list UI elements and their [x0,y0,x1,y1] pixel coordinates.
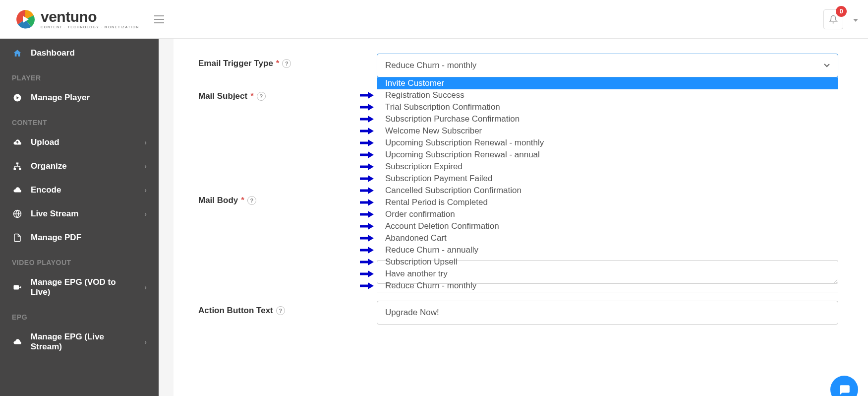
dropdown-option[interactable]: Order confirmation [377,208,838,220]
arrow-right-icon [360,270,374,277]
dropdown-option[interactable]: Trial Subscription Confirmation [377,101,838,113]
dropdown-option[interactable]: Subscription Expired [377,161,838,173]
svg-marker-26 [368,187,374,194]
svg-rect-8 [13,285,19,290]
dropdown-option[interactable]: Subscription Purchase Confirmation [377,113,838,125]
label-text: Email Trigger Type [198,59,273,68]
sidebar-section-video-playout: VIDEO PLAYOUT [0,250,159,270]
sidebar-item-label: Organize [31,161,67,171]
svg-marker-10 [368,92,374,99]
dropdown-option[interactable]: Have another try [377,268,838,280]
dropdown-option[interactable]: Subscription Payment Failed [377,173,838,185]
header-right: 0 [823,9,858,29]
arrow-right-icon [360,235,374,242]
dropdown-option[interactable]: Invite Customer [377,77,838,89]
arrow-right-icon [360,175,374,182]
label-mail-body: Mail Body * ? [198,191,377,205]
action-button-field [377,301,838,325]
brand-logo[interactable]: ventuno CONTENT · TECHNOLOGY · MONETIZAT… [15,9,139,30]
required-asterisk: * [241,196,244,205]
chevron-right-icon: › [144,283,147,291]
sidebar-item-live-stream[interactable]: Live Stream › [0,202,159,226]
dropdown-option[interactable]: Upcoming Subscription Renewal - monthly [377,137,838,149]
header-left: ventuno CONTENT · TECHNOLOGY · MONETIZAT… [15,9,164,30]
svg-marker-14 [368,116,374,123]
dropdown-option[interactable]: Welcome New Subscriber [377,125,838,137]
sidebar-item-label: Manage EPG (VOD to Live) [31,277,137,297]
svg-marker-28 [368,199,374,206]
action-button-input[interactable] [377,301,838,325]
svg-marker-36 [368,247,374,254]
logo-icon [15,9,36,30]
svg-marker-22 [368,163,374,170]
sidebar-item-upload[interactable]: Upload › [0,131,159,154]
sidebar-section-player: PLAYER [0,65,159,86]
svg-marker-42 [368,282,374,289]
arrow-right-icon [360,92,374,99]
arrow-right-icon [360,116,374,123]
svg-rect-6 [19,168,21,170]
arrow-right-icon [360,211,374,218]
svg-marker-38 [368,259,374,265]
play-circle-icon [12,93,23,102]
bell-icon [829,15,838,24]
label-email-trigger-type: Email Trigger Type * ? [198,54,377,68]
help-icon[interactable]: ? [247,196,256,205]
arrow-right-icon [360,223,374,230]
chevron-down-icon [824,64,830,67]
help-icon[interactable]: ? [282,59,291,68]
svg-marker-34 [368,235,374,242]
user-menu-caret-icon[interactable] [853,15,858,24]
svg-marker-32 [368,223,374,230]
sidebar-item-encode[interactable]: Encode › [0,178,159,202]
logo-text: ventuno CONTENT · TECHNOLOGY · MONETIZAT… [41,9,139,29]
sidebar-item-manage-epg-live[interactable]: Manage EPG (Live Stream) › [0,325,159,359]
chevron-right-icon: › [144,186,147,194]
chevron-right-icon: › [144,210,147,218]
arrow-right-icon [360,151,374,158]
chevron-right-icon: › [144,138,147,146]
arrow-right-icon [360,259,374,265]
email-trigger-field: Reduce Churn - monthly Invite CustomerRe… [377,54,838,292]
chevron-right-icon: › [144,162,147,170]
main-content: Email Trigger Type * ? Reduce Churn - mo… [174,39,868,396]
dropdown-option[interactable]: Abandoned Cart [377,232,838,244]
dropdown-option[interactable]: Subscription Upsell [377,256,838,268]
video-icon [12,283,23,292]
dropdown-option[interactable]: Registration Success [377,89,838,101]
arrow-right-icon [360,282,374,289]
sidebar-item-organize[interactable]: Organize › [0,154,159,178]
help-icon[interactable]: ? [276,306,285,315]
top-header: ventuno CONTENT · TECHNOLOGY · MONETIZAT… [0,0,868,39]
arrow-right-icon [360,199,374,206]
svg-rect-4 [16,163,19,165]
sidebar-item-manage-player[interactable]: Manage Player [0,86,159,110]
dropdown-option[interactable]: Rental Period is Completed [377,197,838,208]
hamburger-icon[interactable] [154,15,164,23]
select-value: Reduce Churn - monthly [385,61,476,70]
arrow-right-icon [360,104,374,111]
email-trigger-select[interactable]: Reduce Churn - monthly [377,54,838,77]
svg-marker-24 [368,175,374,182]
sidebar-item-manage-epg-vod[interactable]: Manage EPG (VOD to Live) › [0,270,159,304]
chat-widget-button[interactable] [830,376,858,396]
dropdown-option[interactable]: Account Deletion Confirmation [377,220,838,232]
cloud-icon [12,337,23,346]
dropdown-option[interactable]: Reduce Churn - monthly [377,280,838,292]
sidebar-item-manage-pdf[interactable]: Manage PDF [0,226,159,250]
cloud-upload-icon [12,138,23,147]
dropdown-option[interactable]: Reduce Churn - annually [377,244,838,256]
arrow-right-icon [360,163,374,170]
dropdown-option[interactable]: Upcoming Subscription Renewal - annual [377,149,838,161]
notification-button[interactable]: 0 [823,9,843,29]
sidebar-item-label: Live Stream [31,209,78,219]
home-icon [12,49,23,58]
svg-marker-16 [368,128,374,134]
sidebar-item-dashboard[interactable]: Dashboard [0,41,159,65]
dropdown-option[interactable]: Cancelled Subscription Confirmation [377,185,838,197]
svg-marker-12 [368,104,374,111]
email-trigger-dropdown: Invite CustomerRegistration SuccessTrial… [377,77,838,292]
label-text: Action Button Text [198,306,273,316]
required-asterisk: * [276,59,280,68]
sidebar-item-label: Encode [31,185,61,195]
